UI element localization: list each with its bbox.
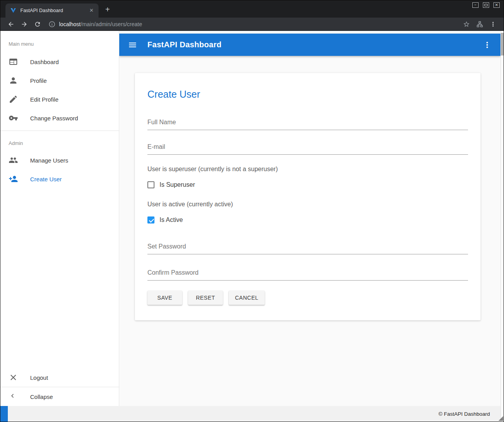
browser-titlebar: FastAPI Dashboard ✕ + − ✕ (0, 0, 504, 18)
sidebar-section-admin: Admin (0, 134, 119, 151)
is-active-label: Is Active (160, 216, 183, 224)
sidebar-item-label: Change Password (30, 115, 78, 122)
window-minimize-button[interactable]: − (472, 2, 479, 8)
sidebar-item-change-password[interactable]: Change Password (0, 109, 119, 127)
sidebar-item-label: Edit Profile (30, 96, 59, 103)
email-field (147, 140, 468, 155)
person-icon (9, 76, 18, 85)
browser-toolbar: localhost/main/admin/users/create (0, 18, 504, 31)
key-icon (9, 113, 18, 123)
url-host: localhost (59, 21, 81, 27)
back-button[interactable] (5, 19, 16, 30)
person-add-icon (9, 174, 18, 184)
sidebar-item-manage-users[interactable]: Manage Users (0, 151, 119, 170)
app-bar: FastAPI Dashboard (119, 34, 500, 56)
create-user-card: Create User User is superuser (currently… (135, 73, 481, 320)
set-password-field (147, 240, 468, 254)
window-maximize-button[interactable] (483, 2, 489, 8)
window-controls: − ✕ (472, 2, 500, 8)
sidebar-item-dashboard[interactable]: Dashboard (0, 52, 119, 71)
set-password-input[interactable] (147, 240, 468, 254)
page-info-icon[interactable] (47, 19, 57, 30)
reset-button[interactable]: RESET (188, 291, 223, 305)
people-icon (9, 156, 18, 165)
browser-menu-icon[interactable] (488, 19, 499, 30)
close-icon (9, 373, 18, 382)
email-input[interactable] (147, 140, 468, 155)
sidebar-item-label: Manage Users (30, 157, 68, 164)
url-path: /main/admin/users/create (81, 21, 142, 27)
chevron-left-icon (9, 392, 18, 401)
superuser-hint: User is superuser (currently is not a su… (147, 166, 468, 173)
maximize-icon (484, 4, 488, 6)
main-area: FastAPI Dashboard Create User User is su… (119, 31, 500, 406)
cancel-button[interactable]: CANCEL (229, 291, 265, 305)
sitemap-icon[interactable] (474, 19, 485, 30)
sidebar-item-logout[interactable]: Logout (0, 368, 119, 387)
sidebar-item-profile[interactable]: Profile (0, 71, 119, 90)
sidebar-item-label: Create User (30, 176, 62, 182)
page: Main menu Dashboard Profile Edit Profile (0, 31, 504, 422)
app-title: FastAPI Dashboard (147, 40, 222, 49)
sidebar-item-edit-profile[interactable]: Edit Profile (0, 90, 119, 109)
sidebar: Main menu Dashboard Profile Edit Profile (0, 31, 119, 406)
is-superuser-row[interactable]: Is Superuser (147, 181, 468, 189)
browser-tab[interactable]: FastAPI Dashboard ✕ (5, 4, 99, 18)
confirm-password-field (147, 266, 468, 281)
footer-accent-bar (0, 406, 8, 422)
appbar-menu-icon[interactable] (482, 40, 492, 50)
is-superuser-checkbox[interactable] (147, 181, 154, 188)
active-hint: User is active (currently active) (147, 201, 468, 208)
hamburger-menu-icon[interactable] (128, 40, 137, 50)
scrollbar[interactable] (500, 31, 504, 422)
new-tab-button[interactable]: + (102, 5, 113, 15)
sidebar-spacer (0, 188, 119, 368)
window-close-button[interactable]: ✕ (493, 2, 500, 8)
sidebar-item-label: Dashboard (30, 59, 59, 65)
sidebar-item-create-user[interactable]: Create User (0, 170, 119, 188)
dashboard-icon (9, 57, 18, 66)
resize-grip[interactable] (499, 416, 503, 421)
sidebar-item-label: Logout (30, 374, 48, 381)
page-title: Create User (147, 89, 468, 100)
address-bar[interactable]: localhost/main/admin/users/create (47, 19, 460, 30)
full-name-field (147, 116, 468, 130)
tab-title: FastAPI Dashboard (20, 8, 88, 13)
pencil-icon (9, 95, 18, 104)
tab-close-icon[interactable]: ✕ (88, 7, 95, 14)
sidebar-section-main: Main menu (0, 39, 119, 52)
forward-button[interactable] (19, 19, 30, 30)
sidebar-item-label: Profile (30, 77, 47, 84)
confirm-password-input[interactable] (147, 266, 468, 281)
footer: © FastAPI Dashboard (0, 406, 500, 422)
sidebar-item-label: Collapse (30, 393, 53, 400)
copyright-text: © FastAPI Dashboard (438, 411, 490, 417)
is-superuser-label: Is Superuser (160, 181, 195, 188)
full-name-input[interactable] (147, 116, 468, 130)
scrollbar-thumb[interactable] (501, 33, 504, 55)
vuetify-logo-icon (10, 7, 16, 14)
sidebar-divider (0, 131, 119, 131)
is-active-checkbox[interactable] (147, 216, 154, 224)
sidebar-item-collapse[interactable]: Collapse (0, 387, 119, 406)
browser-window: FastAPI Dashboard ✕ + − ✕ localhost/main… (0, 0, 504, 422)
bookmark-star-icon[interactable] (461, 19, 472, 30)
reload-button[interactable] (32, 19, 43, 30)
is-active-row[interactable]: Is Active (147, 216, 468, 224)
save-button[interactable]: SAVE (147, 291, 182, 305)
form-actions: SAVE RESET CANCEL (147, 291, 468, 305)
